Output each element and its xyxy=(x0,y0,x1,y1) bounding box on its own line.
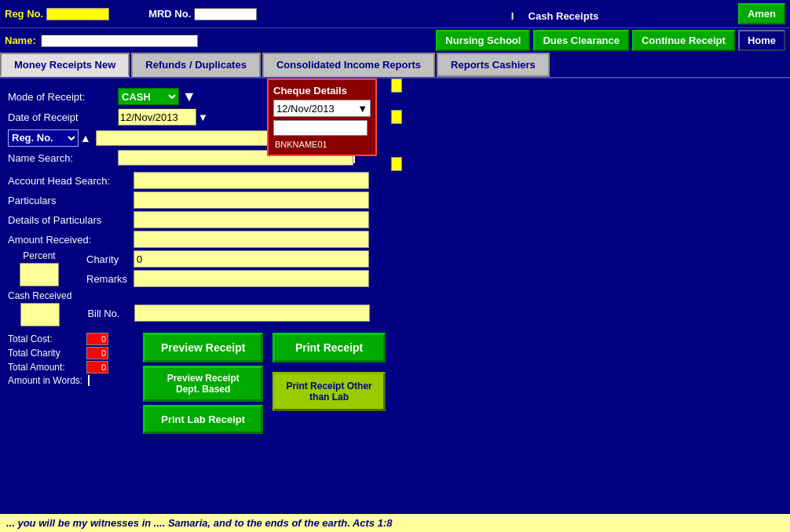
cheque-date-dropdown[interactable]: ▼ xyxy=(357,103,368,115)
details-row: Details of Particulars xyxy=(8,211,782,228)
bill-no-input[interactable] xyxy=(134,304,370,322)
percent-label: Percent xyxy=(23,250,55,261)
total-amount-row: Total Amount: 0 xyxy=(8,361,133,373)
reg-up-icon[interactable]: ▲ xyxy=(80,132,91,144)
percent-charity-section: Percent Charity Remarks xyxy=(8,250,782,287)
charity-input[interactable] xyxy=(133,250,369,268)
action-buttons-row: Total Cost: 0 Total Charity 0 Total Amou… xyxy=(8,333,782,434)
nursing-school-button[interactable]: Nursing School xyxy=(436,30,530,51)
amount-words-label: Amount in Words: xyxy=(8,375,86,386)
name-input[interactable] xyxy=(41,35,198,47)
mode-label: Mode of Receipt: xyxy=(8,91,118,103)
date-label: Date of Receipt xyxy=(8,111,118,123)
preview-receipt-dept-button[interactable]: Preview ReceiptDept. Based xyxy=(143,366,263,402)
side-indicator-1 xyxy=(391,78,402,93)
home-button[interactable]: Home xyxy=(738,30,785,51)
total-amount-label: Total Amount: xyxy=(8,362,86,373)
totals-section: Total Cost: 0 Total Charity 0 Total Amou… xyxy=(8,333,133,386)
cheque-details-popup: Cheque Details 12/Nov/2013 ▼ BNKNAME01 xyxy=(267,78,377,156)
name-bar: Name: Nursing School Dues Clearance Cont… xyxy=(0,28,790,53)
top-bar: Reg No. MRD No. I Cash Receipts Amen xyxy=(0,0,790,28)
details-label: Details of Particulars xyxy=(8,214,133,226)
particulars-label: Particulars xyxy=(8,195,133,206)
cheque-date-display: 12/Nov/2013 ▼ xyxy=(273,100,371,117)
cash-received-section: Cash Received xyxy=(8,290,71,326)
cash-received-label: Cash Received xyxy=(8,290,71,301)
total-charity-label: Total Charity xyxy=(8,348,86,359)
print-receipt-other-button[interactable]: Print Receipt Otherthan Lab xyxy=(272,372,385,411)
particulars-row: Particulars xyxy=(8,191,782,209)
continue-receipt-button[interactable]: Continue Receipt xyxy=(632,30,735,51)
bill-no-row: Bill No. xyxy=(87,304,370,322)
cheque-number-input[interactable] xyxy=(273,120,368,136)
total-cost-label: Total Cost: xyxy=(8,333,86,344)
tab-consolidated[interactable]: Consolidated Income Reports xyxy=(262,53,435,77)
print-receipt-button[interactable]: Print Receipt xyxy=(272,333,385,363)
fields-section: Account Head Search: Particulars Details… xyxy=(8,172,782,248)
charity-label: Charity xyxy=(86,253,133,265)
bill-no-label: Bill No. xyxy=(87,308,134,319)
side-indicators xyxy=(391,78,402,171)
cash-bill-section: Cash Received Bill No. xyxy=(8,290,782,326)
account-head-input[interactable] xyxy=(133,172,369,189)
mode-dropdown-icon[interactable]: ▼ xyxy=(182,89,196,105)
charity-row: Charity xyxy=(86,250,369,268)
remarks-input[interactable] xyxy=(133,270,369,287)
cash-received-box xyxy=(20,303,60,326)
name-label: Name: xyxy=(5,35,36,46)
account-head-row: Account Head Search: xyxy=(8,172,782,189)
amount-words-row: Amount in Words: xyxy=(8,375,133,386)
details-input[interactable] xyxy=(133,211,369,228)
cheque-bank-name: BNKNAME01 xyxy=(273,139,371,150)
left-action-buttons: Preview Receipt Preview ReceiptDept. Bas… xyxy=(143,333,263,434)
percent-swatch xyxy=(20,263,59,286)
amount-input[interactable] xyxy=(133,231,369,248)
date-input[interactable] xyxy=(118,108,196,126)
ticker-bar: ... you will be my witnesses in .... Sam… xyxy=(0,514,790,532)
print-lab-receipt-button[interactable]: Print Lab Receipt xyxy=(143,405,263,434)
side-indicator-2 xyxy=(391,110,402,124)
cheque-title: Cheque Details xyxy=(273,85,371,97)
amount-label: Amount Received: xyxy=(8,234,133,246)
right-action-buttons: Print Receipt Print Receipt Otherthan La… xyxy=(272,333,385,411)
tab-money-receipts[interactable]: Money Receipts New xyxy=(0,53,130,77)
preview-receipt-button[interactable]: Preview Receipt xyxy=(143,333,263,363)
side-indicator-3 xyxy=(391,157,402,171)
amount-row: Amount Received: xyxy=(8,231,782,248)
charity-remarks-section: Charity Remarks xyxy=(86,250,369,287)
dues-clearance-button[interactable]: Dues Clearance xyxy=(533,30,629,51)
amen-button[interactable]: Amen xyxy=(738,3,785,24)
name-search-label: Name Search: xyxy=(8,152,118,164)
total-cost-row: Total Cost: 0 xyxy=(8,333,133,345)
remarks-label: Remarks xyxy=(86,273,133,285)
tabs-bar: Money Receipts New Refunds / Duplicates … xyxy=(0,53,790,78)
mrd-no-input[interactable] xyxy=(194,8,257,20)
reg-select[interactable]: Reg. No. MRD No. Name xyxy=(8,129,79,147)
account-head-label: Account Head Search: xyxy=(8,175,133,187)
total-charity-value: 0 xyxy=(86,347,108,359)
reg-no-input[interactable] xyxy=(46,8,109,20)
main-content: Mode of Receipt: CASH CHEQUE ONLINE ▼ Da… xyxy=(0,78,790,486)
tab-refunds[interactable]: Refunds / Duplicates xyxy=(131,53,261,77)
mrd-no-label: MRD No. xyxy=(148,8,191,20)
tab-reports-cashiers[interactable]: Reports Cashiers xyxy=(437,53,550,77)
remarks-row: Remarks xyxy=(86,270,369,287)
particulars-input[interactable] xyxy=(133,191,369,209)
total-cost-value: 0 xyxy=(86,333,108,345)
percent-section: Percent xyxy=(8,250,71,286)
date-dropdown-icon[interactable]: ▼ xyxy=(198,111,208,123)
app-title: I Cash Receipts xyxy=(371,4,738,24)
total-amount-value: 0 xyxy=(86,361,108,373)
reg-no-label: Reg No. xyxy=(5,8,43,20)
total-charity-row: Total Charity 0 xyxy=(8,347,133,359)
mode-select[interactable]: CASH CHEQUE ONLINE xyxy=(118,88,179,105)
